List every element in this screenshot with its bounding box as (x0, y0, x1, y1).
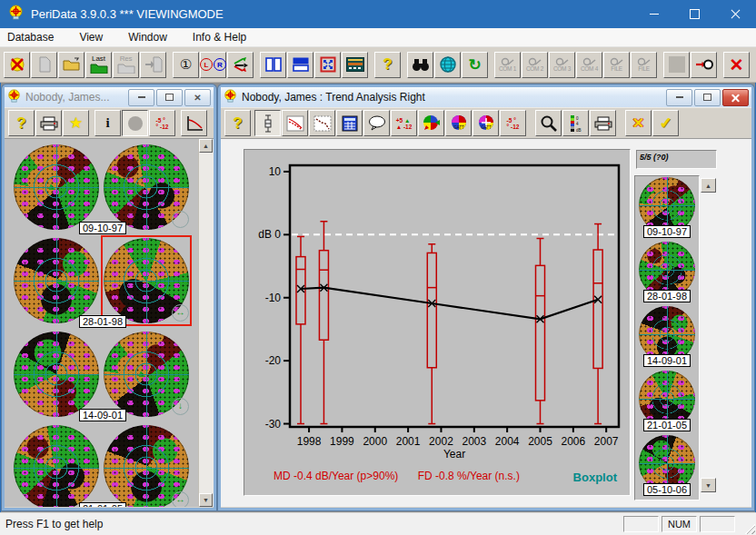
res-label: Res (120, 55, 132, 63)
exam-list-scrollbar[interactable]: ▲ ▼ (198, 139, 214, 507)
visual-field-map[interactable] (104, 144, 189, 230)
restore-button[interactable] (156, 89, 183, 106)
exam-date-label: 05-10-06 (643, 483, 691, 496)
search-button[interactable] (407, 52, 433, 78)
trend-curve-icon (185, 115, 204, 132)
color-map-button[interactable] (418, 110, 444, 136)
status-indicators: NUM (623, 516, 738, 532)
svg-text:dB 0: dB 0 (258, 228, 281, 241)
menu-view[interactable]: View (72, 29, 110, 45)
exam-thumbnail[interactable]: 14-09-01 (635, 305, 699, 370)
table-button[interactable] (336, 110, 363, 136)
comment-button[interactable] (363, 110, 390, 136)
defect-values-button[interactable]: +5 ▲ ▲ -12 (391, 110, 417, 136)
svg-text:2002: 2002 (429, 435, 453, 448)
transfer-button[interactable] (227, 52, 254, 78)
print-button[interactable] (590, 110, 616, 136)
visual-field-map[interactable] (14, 144, 99, 230)
up-arrow-icon: ▲ (203, 143, 209, 149)
close-database-button[interactable] (4, 52, 30, 78)
last-label: Last (92, 55, 105, 63)
help-button[interactable]: ? (8, 110, 35, 136)
minimize-icon (138, 96, 145, 98)
tile-horizontal-button[interactable] (287, 52, 313, 78)
star-icon: ★ (69, 114, 83, 133)
exit-button[interactable]: ✕ (723, 52, 750, 78)
vf-map-image (14, 238, 99, 323)
visual-field-map[interactable]: ↓ (104, 332, 189, 417)
exam-thumbnail[interactable]: 28-01-98 (635, 241, 699, 305)
values-button[interactable]: -5 ° ° -12 (149, 110, 175, 136)
zoom-button[interactable] (535, 110, 562, 136)
trend-curves-button[interactable] (282, 110, 308, 136)
left-right-button[interactable]: LR (200, 52, 226, 78)
menu-info-help[interactable]: Info & Help (185, 29, 254, 45)
tile-vertical-button[interactable] (260, 52, 286, 78)
exam-layout-button[interactable] (342, 52, 368, 78)
visual-field-map[interactable]: ↔ (104, 425, 189, 507)
minimize-button[interactable] (128, 89, 154, 106)
print-button[interactable] (35, 110, 62, 136)
raw-values-button[interactable]: -5 ° ° -12 (500, 110, 526, 136)
close-icon (731, 94, 740, 102)
exam-date-label: 28-01-98 (643, 290, 691, 302)
exam-list-window: Nobody, James... ✕ ? ★ i -5 ° ° -12 09-1… (2, 84, 216, 510)
eye-position-icon: ↓ (172, 398, 189, 415)
device-label: COM 2 (526, 66, 543, 72)
up-arrow-icon: ▲ (705, 183, 711, 189)
thumb-scroll-down[interactable]: ▼ (701, 478, 716, 492)
grayscale-button[interactable] (122, 110, 148, 136)
help-button[interactable]: ? (374, 52, 401, 78)
favorite-button[interactable]: ★ (63, 110, 89, 136)
scroll-up-button[interactable]: ▲ (199, 139, 213, 153)
single-exam-button[interactable]: ① (173, 52, 199, 78)
exam-list-title-bar: Nobody, James... ✕ (5, 87, 214, 107)
gatt-cross-map-button[interactable]: GATT (472, 110, 499, 136)
restore-button[interactable] (694, 89, 721, 106)
transfer-arrows-icon (233, 56, 249, 73)
visual-field-map[interactable] (14, 425, 99, 507)
close-button[interactable]: ✕ (184, 89, 211, 106)
confirm-button[interactable]: ✓ (652, 110, 679, 136)
minimize-icon (676, 96, 683, 98)
trend-content: 10dB 0-10-20-301998199920002001200220032… (221, 138, 751, 507)
close-button[interactable] (722, 89, 749, 106)
maximize-button[interactable] (674, 0, 715, 28)
thumb-scroll-up[interactable]: ▲ (701, 178, 716, 193)
toolbar-group-tools: ↻ (407, 52, 488, 78)
resize-grip[interactable] (743, 522, 755, 534)
boxplot-button[interactable] (254, 110, 281, 136)
close-analysis-button[interactable]: ✕ (625, 110, 652, 136)
scroll-down-button[interactable]: ▼ (199, 493, 213, 507)
status-box-scrl (700, 516, 735, 532)
world-button[interactable] (434, 52, 461, 78)
refresh-button[interactable]: ↻ (462, 52, 488, 78)
minimize-button[interactable] (666, 89, 692, 106)
visual-field-map[interactable] (14, 332, 99, 417)
visual-field-map[interactable]: ↔ (104, 238, 189, 323)
regression-button[interactable] (309, 110, 335, 136)
trend-curve-button[interactable] (181, 110, 207, 136)
db-scale-button[interactable]: 04dB (562, 110, 589, 136)
help-button[interactable]: ? (224, 110, 251, 136)
exam-thumbnail[interactable]: 09-10-97 (635, 176, 699, 241)
exam-thumbnail[interactable]: 21-01-05 (635, 370, 699, 434)
exam-thumbnail[interactable]: 05-10-06 (635, 434, 699, 499)
minimize-button[interactable] (633, 0, 674, 28)
db-scale-icon: 04dB (569, 114, 583, 133)
close-button[interactable] (715, 0, 756, 28)
visual-field-map[interactable] (14, 238, 99, 323)
toolbar-group-help: ? (374, 52, 401, 78)
gatt-map-button[interactable]: GATT (445, 110, 472, 136)
md-stat: MD -0.4 dB/Year (p>90%) (274, 470, 398, 482)
open-exam-button[interactable] (58, 52, 85, 78)
menu-window[interactable]: Window (121, 29, 174, 45)
cascade-button[interactable] (314, 52, 341, 78)
globe-icon (440, 56, 456, 73)
trend-title-bar: Nobody, James : Trend Analysis Right (221, 87, 751, 107)
menu-database[interactable]: Database (0, 29, 61, 45)
info-button[interactable]: i (94, 110, 121, 136)
last-exam-button[interactable]: Last (85, 52, 112, 78)
db-label: dB (576, 128, 582, 133)
export-exam-button[interactable] (691, 52, 717, 78)
